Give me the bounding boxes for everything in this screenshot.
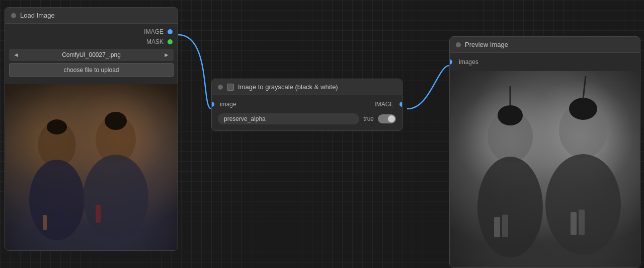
svg-point-4 [47, 119, 67, 135]
svg-point-11 [545, 154, 621, 255]
image-input-dot[interactable] [211, 102, 214, 107]
connection-image-to-grayscale [178, 35, 211, 109]
preview-image-header: Preview Image [450, 37, 640, 53]
svg-point-12 [498, 105, 523, 125]
svg-rect-7 [96, 205, 101, 223]
load-image-title: Load Image [20, 12, 55, 19]
samurai-gray-detail-svg [450, 71, 640, 267]
preview-image-title: Preview Image [465, 41, 508, 48]
samurai-detail-svg [5, 84, 178, 250]
image-port-label: IMAGE [144, 28, 164, 35]
load-image-status-dot [11, 13, 16, 18]
image-output-section: IMAGE [374, 101, 402, 108]
image-input-label: image [220, 101, 236, 108]
toggle-true-label: true [363, 115, 374, 122]
load-image-preview [5, 84, 178, 250]
svg-point-3 [83, 155, 148, 240]
grayscale-node: Image to grayscale (black & white) image… [211, 79, 403, 131]
grayscale-status-dot [218, 85, 223, 90]
svg-point-9 [477, 157, 543, 257]
preserve-alpha-toggle-row: true [363, 114, 396, 123]
preview-image-node: Preview Image images [449, 36, 640, 268]
image-output-dot[interactable] [168, 29, 173, 34]
svg-point-1 [29, 160, 85, 240]
images-input-label: images [459, 58, 478, 65]
preview-image-status-dot [456, 42, 461, 47]
images-input-dot[interactable] [449, 59, 452, 64]
preserve-alpha-field: preserve_alpha [218, 113, 359, 124]
mask-output-dot[interactable] [168, 39, 173, 44]
grayscale-body: image IMAGE preserve_alpha true [212, 95, 402, 130]
load-image-node: Load Image IMAGE MASK ◄ ComfyUI_00027_.p… [5, 7, 178, 251]
file-prev-button[interactable]: ◄ [9, 49, 23, 61]
image-input-section: image [212, 101, 240, 108]
file-name-display: ComfyUI_00027_.png [23, 49, 159, 61]
preserve-alpha-toggle[interactable] [378, 114, 396, 123]
svg-point-13 [569, 98, 597, 120]
grayscale-title: Image to grayscale (black & white) [238, 83, 338, 91]
preview-image-body: images [450, 53, 640, 71]
load-image-header: Load Image [5, 8, 178, 24]
preserve-alpha-widget-row: preserve_alpha true [212, 110, 402, 127]
svg-rect-15 [502, 215, 508, 237]
grayscale-enable-checkbox[interactable] [227, 84, 234, 91]
file-next-button[interactable]: ► [159, 49, 174, 61]
load-image-body: IMAGE MASK ◄ ComfyUI_00027_.png ► choose… [5, 24, 178, 84]
svg-line-19 [583, 76, 586, 99]
svg-rect-17 [579, 210, 585, 235]
mask-port-label: MASK [146, 38, 164, 45]
image-output-port-row: IMAGE [5, 27, 178, 37]
preview-image-display [450, 71, 640, 267]
grayscale-ports-row: image IMAGE [212, 98, 402, 110]
svg-rect-6 [43, 215, 47, 230]
image-output-dot-gs[interactable] [399, 102, 403, 107]
mask-output-port-row: MASK [5, 37, 178, 47]
grayscale-header: Image to grayscale (black & white) [212, 79, 402, 95]
svg-point-5 [105, 112, 127, 130]
svg-rect-16 [571, 212, 577, 235]
upload-button[interactable]: choose file to upload [9, 63, 174, 77]
svg-rect-14 [494, 217, 500, 237]
connection-grayscale-to-preview [408, 65, 449, 109]
images-input-row: images [450, 56, 640, 68]
image-output-label: IMAGE [374, 101, 394, 108]
file-selector: ◄ ComfyUI_00027_.png ► [9, 49, 174, 61]
